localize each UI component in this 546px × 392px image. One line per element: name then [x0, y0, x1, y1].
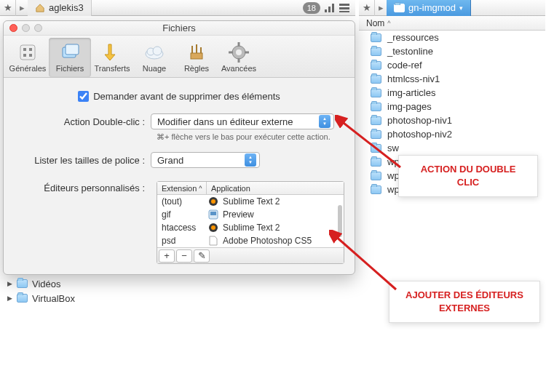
- activity-icon[interactable]: [323, 0, 336, 16]
- list-item[interactable]: sw: [359, 141, 545, 155]
- cloud-icon: [143, 42, 165, 63]
- svg-rect-5: [339, 11, 349, 12]
- tab-local-folder[interactable]: aglekis3: [28, 0, 92, 16]
- file-icon: [207, 236, 220, 246]
- disclosure-triangle-icon: ▶: [7, 280, 12, 287]
- item-name: sw: [387, 143, 399, 153]
- item-name: photoshop-niv2: [387, 129, 452, 140]
- svg-rect-12: [66, 44, 79, 55]
- list-item[interactable]: _testonline: [359, 44, 545, 58]
- svg-rect-16: [191, 53, 202, 59]
- tab-menu-arrow[interactable]: ▸: [16, 0, 28, 16]
- bars-icon: [325, 4, 335, 12]
- tab-nuage[interactable]: Nuage: [133, 38, 175, 77]
- folder-icon: [17, 279, 28, 288]
- tab-menu-arrow-right[interactable]: ▸: [375, 0, 387, 16]
- folder-icon: [371, 61, 381, 70]
- list-item[interactable]: img-pages: [359, 100, 545, 113]
- tab-avancees[interactable]: Avancées: [218, 38, 260, 77]
- right-tabbar: ★ ▸ gn-imgmod ▾: [359, 0, 545, 16]
- svg-point-15: [153, 47, 162, 55]
- minimize-button[interactable]: [22, 24, 30, 32]
- cell-ext: htaccess: [157, 223, 207, 233]
- folder-icon: [371, 75, 381, 84]
- favorites-button[interactable]: ★: [0, 0, 16, 16]
- tab-remote-folder[interactable]: gn-imgmod ▾: [387, 0, 471, 16]
- svg-rect-4: [339, 7, 349, 9]
- toolbar-label: Nuage: [143, 64, 166, 73]
- sidebar-item-videos[interactable]: ▶Vidéos: [0, 276, 146, 291]
- svg-rect-3: [339, 4, 349, 6]
- list-item[interactable]: code-ref: [359, 58, 545, 72]
- custom-editors-table: Extension^ Application (tout) Sublime Te…: [157, 181, 344, 264]
- svg-point-21: [236, 49, 242, 55]
- column-extension[interactable]: Extension^: [157, 182, 207, 194]
- editors-header: Extension^ Application: [157, 182, 344, 195]
- list-item[interactable]: htmlcss-niv1: [359, 72, 545, 86]
- column-application[interactable]: Application: [207, 182, 344, 194]
- tab-regles[interactable]: Règles: [175, 38, 218, 77]
- filelist-header-name[interactable]: Nom ^: [359, 16, 545, 31]
- left-tabbar: ★ ▸ aglekis3 18: [0, 0, 355, 16]
- folder-icon: [371, 158, 381, 167]
- svg-rect-7: [23, 48, 26, 51]
- font-size-select[interactable]: Grand: [151, 152, 260, 168]
- ask-before-delete-label: Demander avant de supprimer des éléments: [93, 91, 280, 102]
- scrollbar[interactable]: [338, 205, 342, 237]
- transfer-badge: 18: [303, 2, 320, 14]
- ask-before-delete-checkbox[interactable]: [78, 91, 89, 102]
- item-name: img-pages: [387, 101, 432, 112]
- item-label: VirtualBox: [32, 293, 75, 304]
- sublime-icon: [207, 223, 220, 233]
- tab-transferts[interactable]: Transferts: [91, 38, 133, 77]
- folder-icon: [371, 33, 381, 42]
- item-name: _ressources: [387, 32, 439, 43]
- dialog-titlebar: Fichiers: [4, 21, 355, 36]
- table-row[interactable]: psd Adobe Photoshop CS5: [157, 234, 344, 247]
- custom-editors-label: Éditeurs personnalisés :: [12, 181, 151, 193]
- column-label: Extension: [162, 184, 197, 193]
- list-item[interactable]: _ressources: [359, 31, 545, 44]
- remove-editor-button[interactable]: −: [176, 249, 192, 263]
- table-row[interactable]: gif Preview: [157, 208, 344, 221]
- cell-app: Adobe Photoshop CS5: [220, 236, 344, 246]
- star-icon: ★: [363, 2, 371, 13]
- table-row[interactable]: (tout) Sublime Text 2: [157, 195, 344, 208]
- svg-point-31: [211, 225, 215, 230]
- cell-ext: (tout): [157, 196, 207, 207]
- add-editor-button[interactable]: +: [159, 249, 175, 263]
- svg-rect-10: [29, 54, 32, 57]
- folder-icon: [371, 116, 381, 125]
- preferences-dialog: Fichiers Générales Fichiers Transferts N…: [3, 20, 355, 275]
- cell-app: Sublime Text 2: [220, 196, 344, 207]
- tab-generales[interactable]: Générales: [7, 38, 49, 77]
- double-click-hint: ⌘+ flèche vers le bas pour exécuter cett…: [157, 132, 346, 142]
- zoom-button[interactable]: [34, 24, 42, 32]
- folder-icon: [371, 144, 381, 153]
- font-size-label: Lister les tailles de police :: [12, 155, 151, 166]
- list-item[interactable]: img-articles: [359, 86, 545, 100]
- double-click-select[interactable]: Modifier dans un éditeur externe: [151, 113, 334, 129]
- item-label: Vidéos: [32, 279, 61, 289]
- table-row[interactable]: htaccess Sublime Text 2: [157, 221, 344, 234]
- list-item[interactable]: photoshop-niv1: [359, 113, 545, 127]
- tab-fichiers[interactable]: Fichiers: [49, 38, 91, 77]
- ask-before-delete-row: Demander avant de supprimer des éléments: [12, 91, 346, 102]
- folder-icon: [371, 185, 381, 194]
- close-button[interactable]: [9, 24, 17, 32]
- sort-indicator-icon: ^: [387, 20, 390, 27]
- favorites-button-right[interactable]: ★: [359, 0, 375, 16]
- svg-point-27: [211, 199, 215, 204]
- sidebar-item-virtualbox[interactable]: ▶VirtualBox: [0, 291, 146, 305]
- list-item[interactable]: photoshop-niv2: [359, 127, 545, 141]
- star-icon: ★: [4, 2, 12, 13]
- edit-editor-button[interactable]: ✎: [194, 249, 210, 263]
- svg-rect-6: [20, 45, 35, 60]
- callout-double-click: ACTION DU DOUBLE CLIC: [398, 155, 538, 197]
- layout-icon[interactable]: [338, 0, 351, 16]
- switches-icon: [17, 42, 39, 63]
- editors-body: (tout) Sublime Text 2 gif Preview htacce…: [157, 195, 344, 247]
- select-value: Grand: [157, 155, 183, 166]
- custom-editors-section: Éditeurs personnalisés : Extension^ Appl…: [12, 181, 346, 264]
- folder-icon: [371, 130, 381, 139]
